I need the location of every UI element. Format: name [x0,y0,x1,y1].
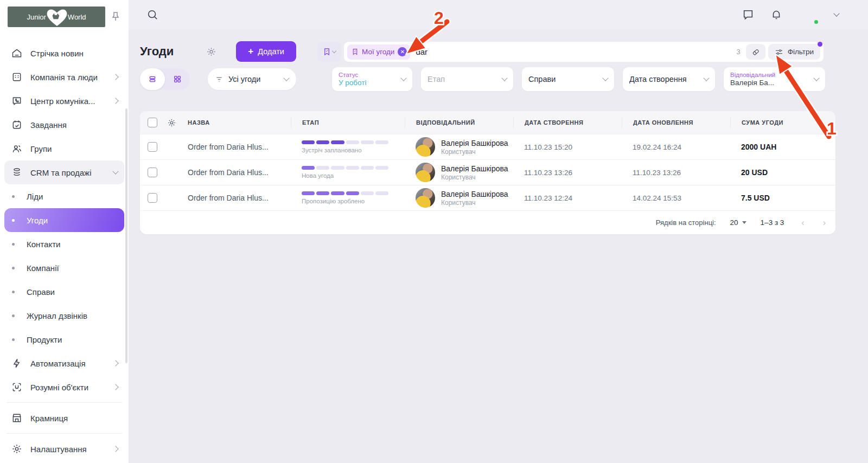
sidebar-item-company-people[interactable]: Компанія та люди [4,65,124,89]
deal-name[interactable]: Order from Daria Hlus... [188,168,291,177]
sidebar-item-groups[interactable]: Групи [4,137,124,160]
deals-view-value: Усі угоди [228,75,279,83]
deal-name[interactable]: Order from Daria Hlus... [188,143,291,151]
responsible-filter[interactable]: Відповідальний Валерія Ба... [724,67,825,91]
status-filter-value: У роботі [339,79,401,87]
gear-icon [11,443,23,455]
column-header-updated[interactable]: ДАТА ОНОВЛЕННЯ [622,117,730,128]
search-input[interactable]: Мої угоди ✕ dar 3 Фільтри [344,42,824,62]
sidebar-item-settings[interactable]: Налаштування [4,437,124,461]
sidebar-subitem-cases[interactable]: Справи [4,280,124,304]
plus-icon: + [248,46,253,57]
sidebar-subitem-label: Ліди [27,192,43,201]
sidebar-subitem-label: Продукти [27,335,62,344]
deals-search-bar: Мої угоди ✕ dar 3 Фільтри [317,42,824,62]
cases-filter-label: Справи [528,75,556,83]
column-header-stage[interactable]: ЕТАП [291,117,405,128]
row-checkbox[interactable] [148,142,157,152]
sidebar-item-tasks[interactable]: Завдання [4,113,124,137]
sidebar-item-label: Центр комуніка... [30,97,113,106]
sidebar-item-smart-objects[interactable]: Розумні об'єкти [4,375,124,399]
created-date-filter[interactable]: Дата створення [623,67,715,91]
add-deal-button[interactable]: + Додати [236,41,296,62]
deals-view-select[interactable]: Усі угоди [208,68,296,90]
deal-amount: 2000 UAH [730,143,835,151]
sidebar-scrollbar[interactable] [125,108,127,363]
page-settings-gear-icon[interactable] [206,47,216,57]
sidebar-item-communication-center[interactable]: Центр комуніка... [4,89,124,113]
clear-search-eraser-button[interactable] [746,44,765,60]
owner-avatar [416,137,435,157]
sidebar-subitem-products[interactable]: Продукти [4,327,124,351]
bullet-dot [12,338,15,341]
chevron-down-icon [283,75,289,81]
lightning-icon [11,357,23,369]
filters-button-label: Фільтри [788,48,814,56]
sidebar-item-label: Налаштування [30,445,113,454]
status-filter[interactable]: Статус У роботі [332,67,412,91]
deal-amount: 7.5 USD [730,194,835,202]
page-title: Угоди [140,44,174,59]
owner-avatar [416,188,435,208]
owner-role: Користувач [441,148,508,156]
global-search-icon[interactable] [146,9,158,21]
sidebar-subitem-label: Угоди [27,216,48,225]
sidebar-subitem-contacts[interactable]: Контакти [4,232,124,256]
column-header-responsible[interactable]: ВІДПОВІДАЛЬНИЙ [405,117,513,128]
bullet-dot [12,219,15,222]
home-icon [11,47,23,59]
cases-filter[interactable]: Справи [522,67,614,91]
sidebar-subitem-leads[interactable]: Ліди [4,184,124,208]
column-header-amount[interactable]: СУМА УГОДИ [730,117,835,128]
company-icon [11,71,23,83]
filters-button[interactable]: Фільтри [768,44,820,60]
sidebar-item-label: CRM та продажі [30,168,113,177]
chip-close-icon[interactable]: ✕ [398,47,407,56]
saved-filters-bookmark-button[interactable] [317,42,341,62]
previous-page-chevron-icon[interactable]: ‹ [801,218,804,228]
owner-role: Користувач [441,173,508,181]
sidebar-subitem-label: Журнал дзвінків [27,311,87,320]
chevron-down-icon [112,168,118,174]
dropdown-triangle-icon [742,221,746,224]
chat-icon[interactable] [742,9,754,21]
sidebar: Junior World Стрічка новин Компанія та л… [0,0,129,463]
sidebar-subitem-label: Контакти [27,240,60,249]
user-avatar[interactable] [799,5,818,24]
saved-filter-chip[interactable]: Мої угоди ✕ [347,44,410,60]
chevron-right-icon [112,360,118,366]
app-logo[interactable]: Junior World [8,7,105,27]
deal-name[interactable]: Order from Daria Hlus... [188,194,291,202]
sidebar-item-automation[interactable]: Автоматизація [4,351,124,375]
created-date-filter-label: Дата створення [629,75,687,83]
profile-chevron-down-icon[interactable] [833,10,839,16]
table-row[interactable]: Order from Daria Hlus... Зустріч заплано… [140,134,835,159]
rows-per-page-select[interactable]: 20 [730,218,746,227]
stage-filter[interactable]: Етап [421,67,513,91]
column-header-created[interactable]: ДАТА СТВОРЕННЯ [513,117,622,128]
column-header-name[interactable]: НАЗВА [188,117,291,128]
notifications-bell-icon[interactable] [770,9,782,21]
table-row[interactable]: Order from Daria Hlus... Нова угода Вале… [140,159,835,185]
list-view-button[interactable] [140,68,165,90]
owner-name: Валерія Башкірова [441,164,508,173]
next-page-chevron-icon[interactable]: › [823,218,826,228]
row-checkbox[interactable] [148,193,157,203]
sidebar-item-crm-sales[interactable]: CRM та продажі [4,160,124,184]
sidebar-item-shop[interactable]: Крамниця [4,406,124,430]
bullet-dot [12,267,15,269]
divider [7,402,122,403]
row-checkbox[interactable] [148,168,157,177]
sidebar-item-news-feed[interactable]: Стрічка новин [4,41,124,65]
sidebar-subitem-companies[interactable]: Компанії [4,256,124,280]
table-row[interactable]: Order from Daria Hlus... Пропозицію зроб… [140,185,835,210]
grid-view-button[interactable] [165,68,190,90]
stage-progress-bar [302,191,388,195]
pin-sidebar-icon[interactable] [111,11,120,22]
sidebar-subitem-call-log[interactable]: Журнал дзвінків [4,304,124,327]
table-settings-gear-icon[interactable] [167,118,176,127]
table-header-row: НАЗВА ЕТАП ВІДПОВІДАЛЬНИЙ ДАТА СТВОРЕННЯ… [140,111,835,134]
select-all-checkbox[interactable] [148,118,157,127]
tasks-calendar-icon [11,119,23,131]
sidebar-subitem-deals-active[interactable]: Угоди [4,208,124,232]
